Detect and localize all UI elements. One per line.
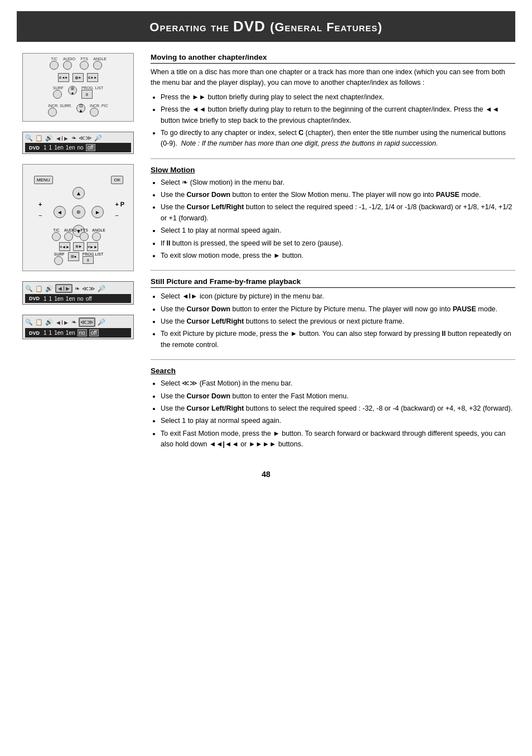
menu-off-value-3: off bbox=[89, 329, 99, 336]
slow-bullet-6: To exit slow motion mode, press the ► bu… bbox=[161, 251, 515, 261]
menu-bar-2: 🔍 📋 🔊 ◄I► ❧ ≪≫ 🔎 DVD 1 1 1en 1en no off bbox=[22, 281, 134, 305]
menu-off-value-2: off bbox=[86, 296, 92, 302]
still-picture-bullet-list: Select ◄I► icon (picture by picture) in … bbox=[151, 291, 515, 350]
divider-2 bbox=[151, 270, 515, 271]
section-search-title: Search bbox=[151, 367, 515, 375]
ok-button: OK bbox=[111, 176, 123, 184]
header-title-right: (General Features) bbox=[270, 20, 383, 34]
section-still-picture: Still Picture and Frame-by-frame playbac… bbox=[151, 277, 515, 350]
chapter-bullet-1: Press the ►► button briefly during play … bbox=[161, 92, 515, 103]
search-bullet-1: Select ≪≫ (Fast Motion) in the menu bar. bbox=[161, 378, 515, 389]
chapter-bullet-list: Press the ►► button briefly during play … bbox=[151, 92, 515, 150]
section-chapter-index: Moving to another chapter/index When a t… bbox=[151, 53, 515, 150]
page-header: Operating the DVD (General Features) bbox=[17, 11, 515, 42]
search-bullet-2: Use the Cursor Down button to enter the … bbox=[161, 391, 515, 402]
left-column: T/C AUDIO FTS ANGLE bbox=[17, 53, 139, 459]
search-bullet-list: Select ≪≫ (Fast Motion) in the menu bar.… bbox=[151, 378, 515, 450]
menu-off-value-1: off bbox=[86, 144, 95, 151]
menu-bar-1: 🔍 📋 🔊 ◄I► ❧ ≪≫ 🔎 DVD 1 1 1en 1en no off bbox=[22, 132, 134, 154]
section-chapter-intro: When a title on a disc has more than one… bbox=[151, 67, 515, 89]
menu-bar-3: 🔍 📋 🔊 ◄I► ❧ ≪≫ 🔎 DVD 1 1 1en 1en no off bbox=[22, 315, 134, 339]
page-number: 48 bbox=[17, 470, 515, 479]
section-slow-motion: Slow Motion Select ❧ (Slow motion) in th… bbox=[151, 166, 515, 262]
search-bullet-5: To exit Fast Motion mode, press the ► bu… bbox=[161, 428, 515, 450]
slow-bullet-4: Select 1 to play at normal speed again. bbox=[161, 225, 515, 236]
header-dvd: DVD bbox=[233, 18, 270, 35]
still-bullet-3: Use the Cursor Left/Right buttons to sel… bbox=[161, 316, 515, 327]
search-bullet-3: Use the Cursor Left/Right buttons to sel… bbox=[161, 403, 515, 414]
divider-1 bbox=[151, 158, 515, 159]
menu-button: MENU bbox=[34, 176, 53, 184]
slow-bullet-2: Use the Cursor Down button to enter the … bbox=[161, 190, 515, 200]
chapter-bullet-3: To go directly to any chapter or index, … bbox=[161, 128, 515, 150]
chapter-bullet-2: Press the ◄◄ button briefly during play … bbox=[161, 104, 515, 126]
menu-no-highlight: no bbox=[78, 329, 87, 336]
section-still-picture-title: Still Picture and Frame-by-frame playbac… bbox=[151, 277, 515, 288]
slow-bullet-1: Select ❧ (Slow motion) in the menu bar. bbox=[161, 177, 515, 188]
slow-bullet-3: Use the Cursor Left/Right button to sele… bbox=[161, 202, 515, 224]
still-bullet-4: To exit Picture by picture mode, press t… bbox=[161, 329, 515, 350]
header-title-left: Operating the bbox=[149, 20, 229, 34]
section-slow-motion-title: Slow Motion bbox=[151, 166, 515, 174]
section-chapter-title: Moving to another chapter/index bbox=[151, 53, 515, 64]
slow-motion-bullet-list: Select ❧ (Slow motion) in the menu bar. … bbox=[151, 177, 515, 262]
remote-control: T/C AUDIO FTS ANGLE bbox=[22, 53, 134, 122]
still-bullet-2: Use the Cursor Down button to enter the … bbox=[161, 304, 515, 315]
still-bullet-1: Select ◄I► icon (picture by picture) in … bbox=[161, 291, 515, 302]
remote-nav-detail: MENU OK ▲ ▼ ◄ ► ⊛ + − bbox=[22, 164, 134, 271]
section-search: Search Select ≪≫ (Fast Motion) in the me… bbox=[151, 367, 515, 450]
slow-bullet-5: If II button is pressed, the speed will … bbox=[161, 238, 515, 249]
divider-3 bbox=[151, 359, 515, 360]
search-bullet-4: Select 1 to play at normal speed again. bbox=[161, 416, 515, 426]
right-column: Moving to another chapter/index When a t… bbox=[151, 53, 515, 459]
